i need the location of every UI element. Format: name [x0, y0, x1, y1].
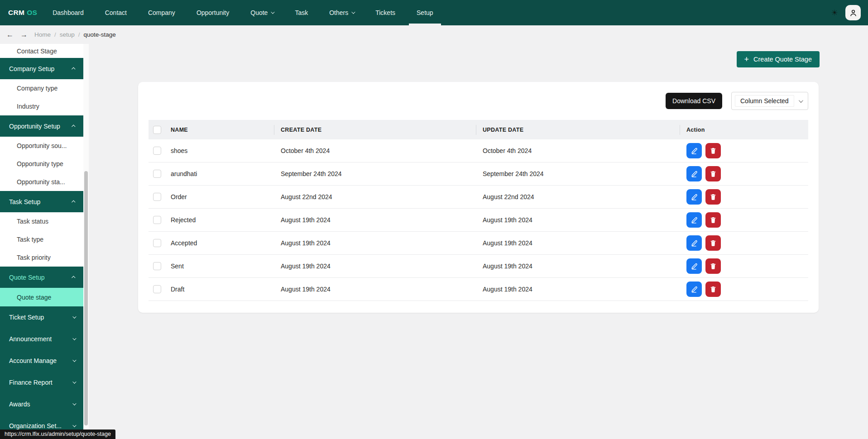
sidebar-group-quote-setup[interactable]: Quote Setup: [0, 267, 83, 288]
sidebar-group-account-manage[interactable]: Account Manage: [0, 350, 83, 372]
breadcrumb-item-home[interactable]: Home: [34, 31, 51, 38]
chevron-down-icon: [72, 315, 76, 318]
chevron-down-icon: [799, 98, 803, 103]
nav-item-contact[interactable]: Contact: [105, 0, 127, 25]
sidebar-group-opportunity-setup[interactable]: Opportunity Setup: [0, 115, 83, 137]
sidebar-group-ticket-setup[interactable]: Ticket Setup: [0, 306, 83, 328]
row-name: Draft: [165, 286, 274, 293]
edit-button[interactable]: [686, 143, 702, 158]
sidebar-item-label: Quote Setup: [9, 274, 45, 281]
row-create-date: August 19th 2024: [274, 239, 476, 247]
sidebar-item-opportunity-sta[interactable]: Opportunity sta...: [0, 173, 83, 191]
sidebar-scrollbar-track[interactable]: [83, 44, 89, 439]
chevron-up-icon: [72, 67, 75, 71]
row-checkbox[interactable]: [153, 147, 161, 155]
row-create-date: August 22nd 2024: [274, 193, 476, 200]
download-csv-button[interactable]: Download CSV: [666, 93, 722, 109]
table-header-row: NAME CREATE DATE UPDATE DATE Action: [149, 120, 808, 139]
breadcrumb-separator: /: [78, 31, 80, 38]
sidebar-item-contact-stage[interactable]: Contact Stage: [0, 44, 83, 58]
nav-item-dashboard[interactable]: Dashboard: [53, 0, 84, 25]
row-update-date: September 24th 2024: [476, 170, 680, 177]
nav-item-opportunity[interactable]: Opportunity: [197, 0, 229, 25]
delete-button[interactable]: [705, 235, 721, 251]
sidebar-item-label: Finance Report: [9, 379, 53, 386]
row-create-date: August 19th 2024: [274, 286, 476, 293]
app-logo[interactable]: CRM OS: [8, 9, 37, 17]
row-update-date: August 19th 2024: [476, 216, 680, 224]
delete-button[interactable]: [705, 282, 721, 297]
column-header-update-date: UPDATE DATE: [476, 120, 680, 139]
link-url-statusbar: https://crm.lfix.us/admin/setup/quote-st…: [0, 429, 115, 439]
row-create-date: October 4th 2024: [274, 147, 476, 154]
table-toolbar: Download CSV Column Selected: [149, 92, 808, 110]
row-checkbox[interactable]: [153, 193, 161, 201]
sidebar-item-label: Task priority: [17, 254, 51, 261]
row-actions: [680, 258, 808, 274]
nav-item-tickets[interactable]: Tickets: [375, 0, 395, 25]
sidebar-group-finance-report[interactable]: Finance Report: [0, 372, 83, 393]
sidebar-item-opportunity-sou[interactable]: Opportunity sou...: [0, 137, 83, 155]
row-update-date: August 19th 2024: [476, 286, 680, 293]
sidebar-item-label: Opportunity sta...: [17, 178, 65, 186]
row-checkbox[interactable]: [153, 170, 161, 178]
edit-button[interactable]: [686, 212, 702, 228]
create-quote-stage-button[interactable]: + Create Quote Stage: [737, 51, 820, 67]
row-checkbox[interactable]: [153, 262, 161, 270]
nav-item-quote[interactable]: Quote: [250, 0, 273, 25]
back-arrow-icon[interactable]: ←: [6, 31, 14, 38]
user-avatar-button[interactable]: [845, 5, 861, 20]
sidebar-item-task-status[interactable]: Task status: [0, 212, 83, 230]
row-update-date: August 22nd 2024: [476, 193, 680, 200]
sidebar-item-label: Task type: [17, 236, 43, 243]
nav-item-setup[interactable]: Setup: [417, 0, 433, 25]
sidebar-item-industry[interactable]: Industry: [0, 97, 83, 115]
chevron-down-icon: [72, 380, 76, 383]
row-checkbox[interactable]: [153, 216, 161, 224]
forward-arrow-icon[interactable]: →: [20, 31, 28, 38]
sidebar-item-task-priority[interactable]: Task priority: [0, 248, 83, 267]
sidebar-item-label: Contact Stage: [17, 48, 57, 55]
select-all-checkbox[interactable]: [153, 126, 161, 134]
create-button-row: + Create Quote Stage: [89, 51, 868, 67]
trash-icon: [710, 286, 717, 293]
column-header-action: Action: [680, 120, 808, 139]
nav-item-company[interactable]: Company: [148, 0, 175, 25]
sidebar-item-opportunity-type[interactable]: Opportunity type: [0, 155, 83, 173]
row-checkbox-cell: [149, 285, 165, 293]
delete-button[interactable]: [705, 258, 721, 274]
theme-toggle-sun-icon[interactable]: ☀: [831, 9, 838, 17]
sidebar-group-awards[interactable]: Awards: [0, 393, 83, 415]
nav-item-task[interactable]: Task: [295, 0, 308, 25]
delete-button[interactable]: [705, 143, 721, 158]
edit-button[interactable]: [686, 258, 702, 274]
nav-item-others[interactable]: Others: [329, 0, 354, 25]
sidebar-group-company-setup[interactable]: Company Setup: [0, 58, 83, 79]
sidebar-item-company-type[interactable]: Company type: [0, 79, 83, 97]
trash-icon: [710, 170, 717, 177]
trash-icon: [710, 147, 717, 154]
row-checkbox[interactable]: [153, 285, 161, 293]
delete-button[interactable]: [705, 166, 721, 181]
sidebar-item-quote-stage[interactable]: Quote stage: [0, 288, 83, 306]
sidebar-scrollbar-thumb[interactable]: [84, 171, 88, 425]
breadcrumb-item-setup[interactable]: setup: [60, 31, 75, 38]
sidebar-group-task-setup[interactable]: Task Setup: [0, 191, 83, 212]
breadcrumb: Home/setup/quote-stage: [34, 31, 116, 38]
setup-sidebar: Contact StageCompany SetupCompany typeIn…: [0, 44, 89, 439]
row-checkbox-cell: [149, 216, 165, 224]
sidebar-item-task-type[interactable]: Task type: [0, 230, 83, 248]
edit-button[interactable]: [686, 189, 702, 205]
row-checkbox[interactable]: [153, 239, 161, 247]
column-selected-dropdown[interactable]: Column Selected: [731, 92, 808, 110]
row-create-date: August 19th 2024: [274, 262, 476, 270]
delete-button[interactable]: [705, 212, 721, 228]
delete-button[interactable]: [705, 189, 721, 205]
sidebar-item-label: Announcement: [9, 335, 52, 343]
sidebar-item-label: Opportunity Setup: [9, 123, 60, 130]
sidebar-group-announcement[interactable]: Announcement: [0, 328, 83, 350]
edit-button[interactable]: [686, 235, 702, 251]
row-checkbox-cell: [149, 147, 165, 155]
edit-button[interactable]: [686, 166, 702, 181]
edit-button[interactable]: [686, 282, 702, 297]
